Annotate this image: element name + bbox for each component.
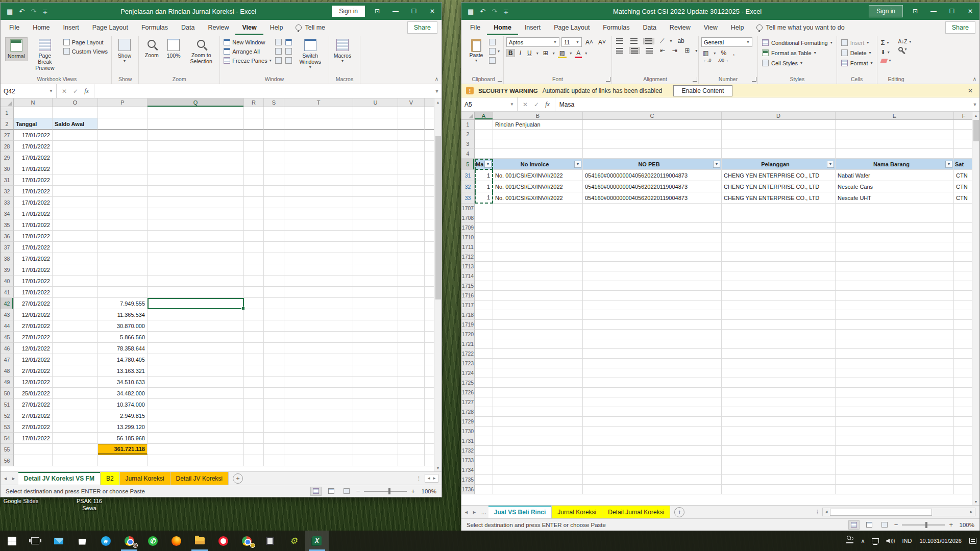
row-header-1719[interactable]: 1719 <box>461 320 475 330</box>
column-header-T[interactable]: T <box>284 98 353 107</box>
cell-S2[interactable] <box>264 118 284 130</box>
font-size-select[interactable]: 11▼ <box>561 37 582 47</box>
cell-U41[interactable] <box>353 287 398 298</box>
cell-E1[interactable] <box>836 120 954 130</box>
cell-N33[interactable]: 17/01/2022 <box>14 197 53 208</box>
cell-C1732[interactable] <box>583 446 722 456</box>
cell-B1719[interactable] <box>493 320 583 330</box>
cell-A2[interactable] <box>475 130 493 139</box>
zoom-slider[interactable] <box>364 491 407 492</box>
column-header-N[interactable]: N <box>14 98 53 107</box>
cell-E1736[interactable] <box>836 485 954 494</box>
cell-C1[interactable] <box>583 120 722 130</box>
sheet-tab-jurnal-koreksi[interactable]: Jurnal Koreksi <box>120 472 170 485</box>
zoom-slider-thumb[interactable] <box>925 522 927 528</box>
cell-A1726[interactable] <box>475 388 493 397</box>
cell-A1710[interactable] <box>475 233 493 242</box>
cell-S43[interactable] <box>264 309 284 320</box>
cell-V49[interactable] <box>398 377 425 388</box>
zoom-button[interactable]: Zoom <box>141 37 162 60</box>
row-header-30[interactable]: 30 <box>1 163 14 174</box>
cell-A1711[interactable] <box>475 242 493 252</box>
cell-B1723[interactable] <box>493 359 583 368</box>
tab-help[interactable]: Help <box>724 20 751 35</box>
switch-windows-button[interactable]: Switch Windows▾ <box>295 37 326 71</box>
redo-icon[interactable]: ↷ <box>31 8 36 15</box>
cell-E1735[interactable] <box>836 475 954 485</box>
row-header-2[interactable]: 2 <box>1 118 14 130</box>
name-box-dropdown-icon[interactable]: ▼ <box>510 102 514 107</box>
hide-button[interactable] <box>274 47 283 55</box>
cell-A1717[interactable] <box>475 300 493 310</box>
increase-indent-icon[interactable]: ⇥ <box>671 47 679 54</box>
cell-R53[interactable] <box>244 421 264 433</box>
row-header-51[interactable]: 51 <box>1 399 14 410</box>
cell-R36[interactable] <box>244 231 264 242</box>
cell-P30[interactable] <box>98 163 148 174</box>
cell-C1728[interactable] <box>583 407 722 417</box>
cell-V55[interactable] <box>398 444 425 455</box>
column-header-C[interactable]: C <box>583 112 722 119</box>
cell-N27[interactable]: 17/01/2022 <box>14 130 53 141</box>
cell-A1723[interactable] <box>475 359 493 368</box>
cell-R45[interactable] <box>244 332 264 343</box>
row-header-4[interactable]: 4 <box>461 149 475 159</box>
cell-A33[interactable]: 1 <box>475 192 493 204</box>
row-header-1717[interactable]: 1717 <box>461 300 475 310</box>
cell-B1733[interactable] <box>493 456 583 465</box>
cell-O34[interactable] <box>53 208 98 219</box>
cell-B4[interactable] <box>493 149 583 159</box>
cell-P43[interactable]: 11.365.534 <box>98 309 148 320</box>
minimize-button[interactable]: — <box>924 3 943 20</box>
dialog-launcher-icon[interactable] <box>752 77 756 82</box>
cell-F1712[interactable] <box>954 252 972 262</box>
cell-T40[interactable] <box>284 276 353 287</box>
row-header-46[interactable]: 46 <box>1 343 14 354</box>
mail-icon[interactable] <box>47 531 70 551</box>
row-header-1716[interactable]: 1716 <box>461 291 475 300</box>
cell-R1[interactable] <box>244 107 264 118</box>
cell-E1711[interactable] <box>836 242 954 252</box>
cell-F1710[interactable] <box>954 233 972 242</box>
cell-P35[interactable] <box>98 219 148 231</box>
fill-button[interactable]: ⬇▾ <box>880 48 892 56</box>
cell-A1712[interactable] <box>475 252 493 262</box>
cell-C1729[interactable] <box>583 417 722 427</box>
volume-icon[interactable]: ))) <box>883 531 898 551</box>
cell-Q46[interactable] <box>148 343 244 354</box>
cell-Q55[interactable] <box>148 444 244 455</box>
cell-R32[interactable] <box>244 186 264 197</box>
scrollbar-thumb[interactable] <box>973 120 979 141</box>
cell-C1734[interactable] <box>583 465 722 475</box>
formula-bar[interactable] <box>94 84 432 98</box>
row-header-36[interactable]: 36 <box>1 231 14 242</box>
cell-T54[interactable] <box>284 433 353 444</box>
cell-E1723[interactable] <box>836 359 954 368</box>
cell-O28[interactable] <box>53 141 98 152</box>
new-sheet-button[interactable]: + <box>233 473 243 484</box>
cell-C1727[interactable] <box>583 397 722 407</box>
cell-B1711[interactable] <box>493 242 583 252</box>
cell-E1713[interactable] <box>836 262 954 271</box>
cell-V39[interactable] <box>398 264 425 276</box>
cell-C31[interactable]: 054160#00000000405620220119004873 <box>583 170 722 181</box>
cell-O40[interactable] <box>53 276 98 287</box>
cell-U47[interactable] <box>353 354 398 365</box>
title-bar[interactable]: ▤ ↶ ↷ ∓ Penjelasan dan Rincian Jurnal Ko… <box>1 3 442 20</box>
cell-O42[interactable] <box>53 298 98 309</box>
cell-Q27[interactable] <box>148 130 244 141</box>
cell-T53[interactable] <box>284 421 353 433</box>
row-header-28[interactable]: 28 <box>1 141 14 152</box>
cell-R30[interactable] <box>244 163 264 174</box>
row-header-40[interactable]: 40 <box>1 276 14 287</box>
cell-R29[interactable] <box>244 152 264 163</box>
cell-F1722[interactable] <box>954 349 972 359</box>
cell-P39[interactable] <box>98 264 148 276</box>
normal-view-toggle[interactable] <box>310 487 322 496</box>
cell-A1718[interactable] <box>475 310 493 320</box>
cell-O32[interactable] <box>53 186 98 197</box>
filter-dropdown-icon[interactable]: ▼ <box>484 161 492 168</box>
sheet-tab-detail-jv-koreksi[interactable]: Detail JV Koreksi <box>170 472 229 485</box>
share-button[interactable]: Share <box>407 21 437 34</box>
cell-P52[interactable]: 2.949.815 <box>98 410 148 421</box>
